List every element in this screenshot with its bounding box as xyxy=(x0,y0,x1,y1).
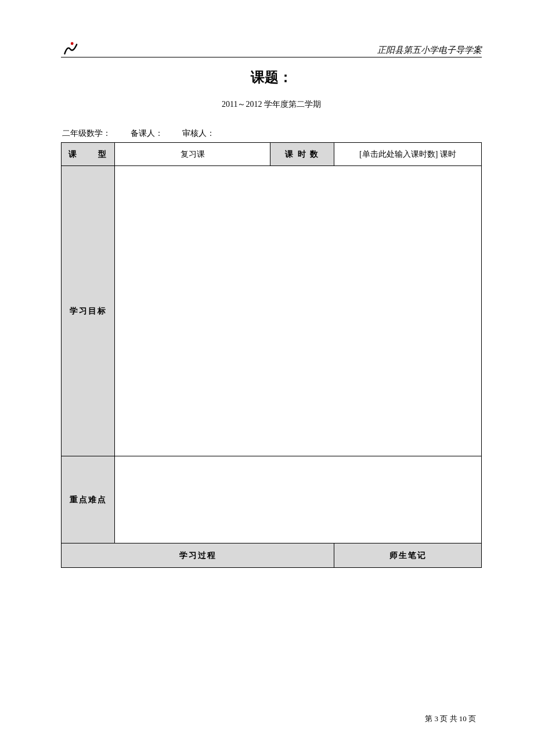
preparer-label: 备课人： xyxy=(131,129,163,138)
page-header: 正阳县第五小学电子导学案 xyxy=(61,41,482,57)
reviewer-label: 审核人： xyxy=(182,129,215,138)
goals-label-cell: 学习目标 xyxy=(62,166,115,456)
term-subtitle: 2011～2012 学年度第二学期 xyxy=(61,99,482,110)
table-row-type: 课 型 复习课 课 时 数 [单击此处输入课时数] 课时 xyxy=(62,143,482,166)
grade-subject-label: 二年级数学： xyxy=(62,129,111,138)
svg-point-0 xyxy=(71,42,74,45)
table-row-focus: 重点难点 xyxy=(62,456,482,543)
focus-content-cell[interactable] xyxy=(115,456,482,543)
notes-label-cell: 师生笔记 xyxy=(334,543,482,568)
table-row-goals: 学习目标 xyxy=(62,166,482,456)
info-line: 二年级数学： 备课人： 审核人： xyxy=(61,128,482,139)
process-label-cell: 学习过程 xyxy=(62,543,334,568)
page-footer: 第 3 页 共 10 页 xyxy=(425,714,476,724)
goals-content-cell[interactable] xyxy=(115,166,482,456)
document-page: 正阳县第五小学电子导学案 课题： 2011～2012 学年度第二学期 二年级数学… xyxy=(0,0,534,756)
type-value-cell: 复习课 xyxy=(115,143,270,166)
hours-value-cell[interactable]: [单击此处输入课时数] 课时 xyxy=(334,143,482,166)
hours-label-cell: 课 时 数 xyxy=(270,143,334,166)
header-school-name: 正阳县第五小学电子导学案 xyxy=(377,45,482,56)
focus-label-cell: 重点难点 xyxy=(62,456,115,543)
lesson-title: 课题： xyxy=(61,68,482,87)
type-label-cell: 课 型 xyxy=(62,143,115,166)
table-row-process: 学习过程 师生笔记 xyxy=(62,543,482,568)
school-logo-icon xyxy=(61,41,80,56)
lesson-plan-table: 课 型 复习课 课 时 数 [单击此处输入课时数] 课时 学习目标 重点难点 学… xyxy=(61,142,482,568)
